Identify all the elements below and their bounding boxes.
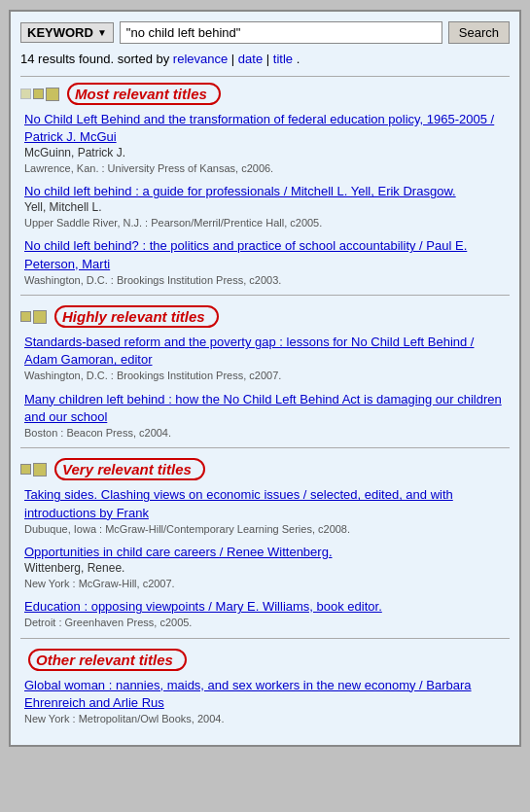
book-entry: Taking sides. Clashing views on economic… xyxy=(24,486,510,536)
sort-date-link[interactable]: date xyxy=(238,52,263,66)
search-button[interactable]: Search xyxy=(448,21,510,44)
section-title: Most relevant titles xyxy=(67,83,221,105)
section-divider xyxy=(20,447,510,448)
book-title-link[interactable]: No Child Left Behind and the transformat… xyxy=(24,111,510,146)
section-header-other-relevant: Other relevant titles xyxy=(20,649,510,671)
icons-row xyxy=(20,88,59,101)
icons-row xyxy=(20,463,47,477)
section-divider xyxy=(20,638,510,639)
book-publisher: New York : McGraw-Hill, c2007. xyxy=(24,577,510,590)
icon-small-gold xyxy=(20,311,31,322)
divider xyxy=(20,76,510,77)
section-highly-relevant: Highly relevant titlesStandards-based re… xyxy=(20,305,510,448)
keyword-label: KEYWORD xyxy=(27,25,93,40)
book-author: Yell, Mitchell L. xyxy=(24,200,510,216)
keyword-dropdown[interactable]: KEYWORD ▼ xyxy=(20,22,114,43)
section-very-relevant: Very relevant titlesTaking sides. Clashi… xyxy=(20,458,510,638)
section-title: Very relevant titles xyxy=(54,458,205,480)
book-title-link[interactable]: Education : opposing viewpoints / Mary E… xyxy=(24,598,510,616)
book-title-link[interactable]: Global woman : nannies, maids, and sex w… xyxy=(24,677,510,712)
book-entry: No Child Left Behind and the transformat… xyxy=(24,111,510,175)
book-title-link[interactable]: Many children left behind : how the No C… xyxy=(24,391,510,426)
book-publisher: Washington, D.C. : Brookings Institution… xyxy=(24,273,510,287)
results-count: 14 results found. xyxy=(20,52,114,66)
search-bar: KEYWORD ▼ Search xyxy=(20,21,510,44)
book-entry: Many children left behind : how the No C… xyxy=(24,391,510,441)
book-title-link[interactable]: Opportunities in child care careers / Re… xyxy=(24,544,510,561)
icon-small-gold xyxy=(33,88,44,99)
sort-title-link[interactable]: title xyxy=(273,52,293,66)
book-entry: Opportunities in child care careers / Re… xyxy=(24,544,510,590)
icon-small-gold xyxy=(20,464,31,475)
book-author: Wittenberg, Renee. xyxy=(24,561,510,577)
sections-container: Most relevant titlesNo Child Left Behind… xyxy=(20,83,510,725)
book-entry: Standards-based reform and the poverty g… xyxy=(24,334,510,383)
section-title: Other relevant titles xyxy=(28,649,187,671)
book-publisher: Lawrence, Kan. : University Press of Kan… xyxy=(24,161,510,175)
book-publisher: Dubuque, Iowa : McGraw-Hill/Contemporary… xyxy=(24,522,510,536)
section-other-relevant: Other relevant titlesGlobal woman : nann… xyxy=(20,649,510,726)
book-entry: No child left behind : a guide for profe… xyxy=(24,183,510,229)
book-publisher: Washington, D.C. : Brookings Institution… xyxy=(24,369,510,382)
book-title-link[interactable]: Standards-based reform and the poverty g… xyxy=(24,334,510,369)
section-header-highly-relevant: Highly relevant titles xyxy=(20,305,510,328)
section-header-most-relevant: Most relevant titles xyxy=(20,83,510,105)
book-author: McGuinn, Patrick J. xyxy=(24,146,510,161)
results-info: 14 results found. sorted by relevance | … xyxy=(20,52,510,66)
sort-prefix: sorted by xyxy=(118,52,173,66)
section-header-very-relevant: Very relevant titles xyxy=(20,458,510,480)
book-publisher: Upper Saddle River, N.J. : Pearson/Merri… xyxy=(24,216,510,229)
book-publisher: Boston : Beacon Press, c2004. xyxy=(24,426,510,440)
icon-large-gold xyxy=(33,310,47,324)
section-divider xyxy=(20,295,510,296)
book-title-link[interactable]: Taking sides. Clashing views on economic… xyxy=(24,486,510,521)
book-entry: Global woman : nannies, maids, and sex w… xyxy=(24,677,510,726)
section-most-relevant: Most relevant titlesNo Child Left Behind… xyxy=(20,83,510,296)
search-input[interactable] xyxy=(120,21,442,44)
icons-row xyxy=(20,310,47,324)
sort-relevance-link[interactable]: relevance xyxy=(173,52,228,66)
book-publisher: Detroit : Greenhaven Press, c2005. xyxy=(24,616,510,629)
icon-large-gold xyxy=(33,463,47,477)
book-entry: No child left behind? : the politics and… xyxy=(24,237,510,287)
book-entry: Education : opposing viewpoints / Mary E… xyxy=(24,598,510,629)
book-title-link[interactable]: No child left behind? : the politics and… xyxy=(24,237,510,272)
section-title: Highly relevant titles xyxy=(54,305,219,328)
main-window: KEYWORD ▼ Search 14 results found. sorte… xyxy=(9,10,521,747)
icon-small-gray xyxy=(20,88,31,99)
dropdown-arrow-icon: ▼ xyxy=(97,27,107,38)
book-title-link[interactable]: No child left behind : a guide for profe… xyxy=(24,183,510,200)
book-publisher: New York : Metropolitan/Owl Books, 2004. xyxy=(24,712,510,725)
icon-large-gold xyxy=(46,88,59,101)
